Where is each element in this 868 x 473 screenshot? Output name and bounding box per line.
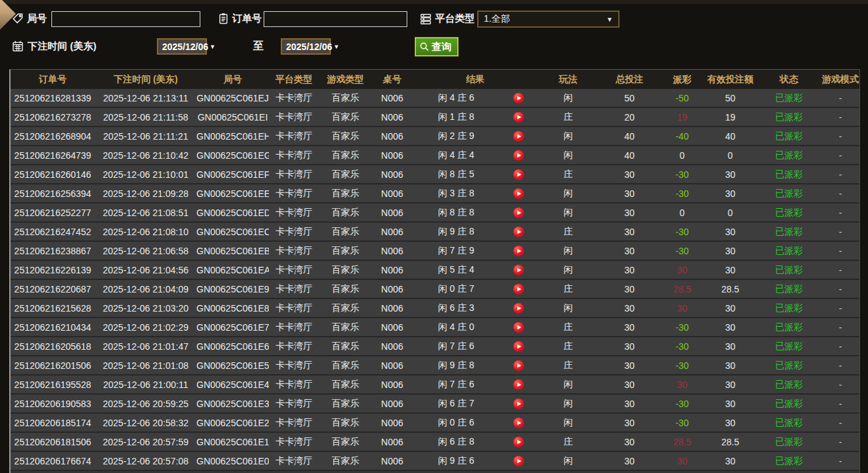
- cell-order-id: 251206216195528: [11, 375, 95, 394]
- result-wrap: 闲 3 庄 8: [413, 184, 538, 202]
- cell-game-type: 百家乐: [319, 146, 372, 165]
- cell-game-type: 百家乐: [319, 298, 372, 318]
- play-video-icon[interactable]: [513, 360, 524, 371]
- play-cell: [500, 303, 538, 314]
- search-icon: [419, 42, 430, 52]
- platform-type-select[interactable]: 1.全部 ▼: [477, 11, 620, 28]
- cell-game-no: GN00625C061EC: [196, 222, 269, 241]
- play-video-icon[interactable]: [513, 131, 524, 142]
- play-video-icon[interactable]: [513, 399, 524, 409]
- chevron-down-icon: ▼: [606, 16, 613, 23]
- play-video-icon[interactable]: [513, 188, 524, 199]
- play-video-icon[interactable]: [513, 322, 524, 333]
- cell-game-no: GN00625C061ED: [196, 203, 269, 222]
- order-no-input[interactable]: [264, 11, 407, 27]
- cell-game-type: 百家乐: [319, 260, 372, 279]
- play-video-icon[interactable]: [513, 112, 524, 123]
- column-header: 局号: [196, 70, 269, 89]
- cell-bet-time: 2025-12-06 20:57:08: [95, 451, 196, 470]
- play-cell: [500, 418, 538, 428]
- cell-bet-time: 2025-12-06 21:09:28: [95, 184, 196, 203]
- result-wrap: 闲 2 庄 9: [413, 127, 538, 145]
- cell-game-type: 百家乐: [319, 184, 372, 203]
- cell-result: 闲 3 庄 8: [413, 184, 538, 203]
- play-video-icon[interactable]: [513, 169, 524, 180]
- cell-game-type: 百家乐: [319, 337, 372, 356]
- query-button-label: 查询: [432, 41, 451, 53]
- cell-total-bet: 30: [598, 318, 660, 337]
- play-video-icon[interactable]: [513, 265, 524, 275]
- play-video-icon[interactable]: [513, 246, 524, 256]
- subtotal-payout: -164: [660, 470, 704, 473]
- play-triangle: [517, 134, 521, 138]
- cell-order-id: 251206216273278: [11, 107, 95, 126]
- cell-table-no: N006: [372, 318, 413, 337]
- play-video-icon[interactable]: [513, 227, 524, 237]
- cell-game-no: GN00625C061E9: [196, 279, 269, 298]
- play-video-icon[interactable]: [513, 379, 524, 390]
- game-no-input[interactable]: [51, 11, 200, 27]
- play-video-icon[interactable]: [513, 341, 524, 352]
- bet-records-table: 订单号下注时间 (美东)局号平台类型游戏类型桌号结果玩法总投注派彩有效投注额状态…: [9, 69, 860, 473]
- column-header: 总投注: [598, 70, 660, 89]
- cell-total-bet: 30: [598, 375, 660, 394]
- play-video-icon[interactable]: [513, 418, 524, 428]
- cell-game-no: GN00625C061E1: [196, 432, 269, 451]
- column-header: 游戏类型: [319, 70, 372, 89]
- cell-play-type: 闲: [538, 184, 598, 203]
- cell-order-id: 251206216238867: [11, 241, 95, 260]
- cell-platform: 卡卡湾厅: [269, 394, 319, 413]
- cell-game-type: 百家乐: [319, 279, 372, 298]
- cell-valid-bet: 30: [704, 413, 757, 432]
- result-wrap: 闲 4 庄 4: [413, 146, 538, 164]
- result-text: 闲 7 庄 9: [413, 245, 500, 257]
- cell-game-mode: -: [821, 260, 859, 279]
- play-video-icon[interactable]: [513, 303, 524, 314]
- result-text: 闲 2 庄 9: [413, 130, 500, 142]
- chevron-down-icon: ▼: [333, 43, 339, 50]
- play-video-icon[interactable]: [513, 208, 524, 218]
- cell-game-no: GN00625C061EA: [196, 260, 269, 279]
- cell-game-mode: -: [821, 165, 859, 184]
- date-from-picker[interactable]: 2025/12/06 ▼: [157, 38, 207, 55]
- cell-total-bet: 30: [598, 203, 660, 222]
- cell-platform: 卡卡湾厅: [269, 318, 319, 337]
- table-header-row: 订单号下注时间 (美东)局号平台类型游戏类型桌号结果玩法总投注派彩有效投注额状态…: [11, 70, 859, 89]
- cell-table-no: N006: [372, 241, 413, 260]
- cell-table-no: N006: [372, 203, 413, 222]
- cell-result: 闲 5 庄 4: [413, 260, 538, 279]
- cell-total-bet: 30: [598, 260, 660, 279]
- cell-payout: 0: [660, 146, 704, 165]
- cell-bet-time: 2025-12-06 21:10:42: [95, 146, 196, 165]
- cell-game-no: GN00625C061EE: [196, 184, 269, 203]
- cell-valid-bet: 30: [704, 318, 757, 337]
- cell-game-mode: -: [821, 146, 859, 165]
- cell-bet-time: 2025-12-06 21:06:58: [95, 241, 196, 260]
- play-video-icon[interactable]: [513, 150, 524, 161]
- tag-icon: [12, 13, 24, 24]
- cell-status: 已派彩: [757, 222, 821, 241]
- play-video-icon[interactable]: [513, 456, 524, 466]
- cell-total-bet: 40: [598, 146, 660, 165]
- cell-payout: 28.5: [660, 279, 704, 298]
- play-video-icon[interactable]: [513, 93, 524, 103]
- cell-valid-bet: 30: [704, 451, 757, 470]
- cell-table-no: N006: [372, 279, 413, 298]
- play-triangle: [517, 192, 521, 196]
- play-cell: [500, 379, 538, 390]
- play-cell: [500, 437, 538, 447]
- cell-total-bet: 30: [598, 356, 660, 375]
- result-wrap: 闲 4 庄 0: [413, 318, 538, 336]
- cell-platform: 卡卡湾厅: [269, 165, 319, 184]
- cell-order-id: 251206216247452: [11, 222, 95, 241]
- play-video-icon[interactable]: [513, 437, 524, 447]
- play-triangle: [517, 325, 521, 329]
- cell-game-mode: -: [821, 356, 859, 375]
- table-row: 2512062162601462025-12-06 21:10:01GN0062…: [11, 165, 859, 184]
- query-button[interactable]: 查询: [415, 38, 458, 56]
- date-to-picker[interactable]: 2025/12/06 ▼: [281, 38, 331, 55]
- result-wrap: 闲 0 庄 7: [413, 280, 538, 298]
- play-video-icon[interactable]: [513, 284, 524, 294]
- result-wrap: 闲 6 庄 7: [413, 395, 538, 412]
- cell-game-type: 百家乐: [319, 107, 372, 126]
